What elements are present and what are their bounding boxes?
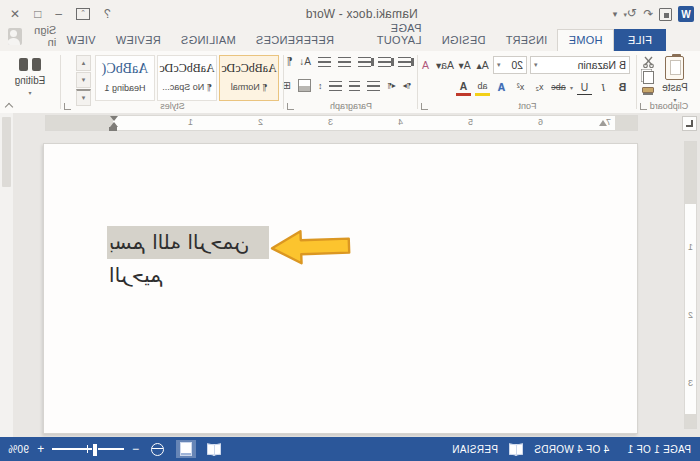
save-icon[interactable] [659,8,672,21]
ruler-number: 1 [688,242,693,252]
underline-caret-icon[interactable]: ▾ [570,84,573,91]
text-effects-button[interactable]: A [494,80,509,95]
language-indicator[interactable]: PERSIAN [443,444,507,455]
word-count[interactable]: 4 OF 4 WORDS [525,444,618,455]
vertical-scrollbar[interactable] [0,113,13,437]
styles-scroll-up-icon[interactable]: ▴ [76,55,91,71]
sort-icon[interactable]: A↓ [299,56,311,67]
style-heading-1[interactable]: AaBbC( Heading 1 [95,55,155,101]
tab-insert[interactable]: INSERT [495,30,557,51]
style-name: ¶ No Spac... [158,82,216,92]
sign-in[interactable]: Sign in [0,24,56,51]
group-divider [417,55,418,109]
zoom-out-button[interactable]: − [132,443,139,455]
word-logo-icon[interactable]: W [678,6,694,22]
collapse-ribbon-icon[interactable] [6,102,13,109]
tab-view[interactable]: VIEW [56,30,105,51]
ltr-direction-icon[interactable]: ¶▸ [403,81,411,90]
rtl-direction-icon[interactable]: ◂¶ [387,81,395,90]
style-no-spacing[interactable]: AaBbCcDc ¶ No Spac... [157,55,217,101]
font-dialog-launcher-icon[interactable] [421,103,428,110]
page-count[interactable]: PAGE 1 OF 1 [618,444,700,455]
shading-icon[interactable] [298,79,311,92]
style-normal[interactable]: AaBbCcDc ¶ Normal [219,55,279,101]
font-name-combo[interactable]: B Nazanin▾ [530,56,630,74]
change-case-button[interactable]: Aa▾ [436,58,454,73]
zoom-notch [87,445,88,453]
ribbon-display-options-icon[interactable]: ⌃ [76,8,90,20]
ribbon-tab-row: FILE HOME INSERT DESIGN PAGE LAYOUT REFE… [0,28,700,52]
tab-file[interactable]: FILE [614,29,666,51]
scrollbar-thumb[interactable] [2,117,11,187]
first-line-indent-marker[interactable] [110,116,118,121]
align-center-icon[interactable] [349,81,360,91]
bullets-icon[interactable] [398,57,411,67]
strikethrough-button[interactable]: abc [551,80,566,95]
zoom-level[interactable]: 90% [8,444,29,455]
clear-formatting-button[interactable]: A [418,58,433,73]
find-binoculars-icon [19,58,41,71]
line-spacing-icon[interactable]: ↕ [318,81,323,91]
styles-scroll-down-icon[interactable]: ▾ [76,72,91,88]
font-color-button[interactable]: A [456,78,471,96]
decrease-indent-icon[interactable] [338,57,351,67]
help-button[interactable]: ? [104,7,111,21]
quick-access-toolbar: W ↶ ↻▾ ▾ [613,6,700,22]
proofing-book-icon[interactable] [509,444,523,454]
underline-button[interactable]: U [577,79,592,95]
clipboard-dialog-launcher-icon[interactable] [640,103,647,110]
tab-mailings[interactable]: MAILINGS [171,30,246,51]
web-layout-icon [151,443,164,456]
status-bar: PAGE 1 OF 1 4 OF 4 WORDS PERSIAN − + 90% [0,437,700,461]
italic-button[interactable]: I [596,80,611,95]
print-layout-button[interactable] [176,440,196,458]
tab-selector-icon[interactable] [682,116,697,131]
left-indent-marker[interactable] [599,120,607,126]
redo-icon[interactable]: ↻▾ [623,7,637,21]
horizontal-ruler[interactable]: 1 2 3 4 5 6 7 [45,115,638,131]
subscript-button[interactable]: x₂ [532,80,547,95]
align-left-icon[interactable] [367,81,380,91]
read-mode-button[interactable] [204,440,224,458]
customize-qat-icon[interactable]: ▾ [613,8,618,20]
zoom-in-button[interactable]: + [37,443,44,455]
cut-icon[interactable] [641,56,654,68]
align-right-icon[interactable] [329,81,342,91]
paragraph-dialog-launcher-icon[interactable] [287,103,294,110]
numbering-icon[interactable] [378,57,391,67]
editing-button[interactable]: Editing ▾ [8,56,52,97]
multilevel-list-icon[interactable] [358,57,371,67]
document-page[interactable]: بسم الله الرحمن الرحيم [43,143,638,434]
tab-home[interactable]: HOME [557,29,613,51]
web-layout-button[interactable] [148,440,168,458]
styles-dialog-launcher-icon[interactable] [64,103,71,110]
show-hide-pilcrow-icon[interactable]: ¶ [287,56,292,67]
grow-font-button[interactable]: A▴ [475,58,490,73]
close-button[interactable]: ✕ [10,7,20,21]
vertical-ruler[interactable]: 1 2 3 [684,141,697,429]
callout-arrow-shape[interactable] [268,227,351,268]
indent-box-marker[interactable] [109,127,117,131]
zoom-slider[interactable] [52,448,124,450]
copy-icon[interactable] [643,71,654,84]
tab-references[interactable]: REFERENCES [246,30,344,51]
selected-text[interactable]: بسم الله الرحمن الرحيم [107,226,269,259]
shrink-font-button[interactable]: A▾ [457,58,472,73]
increase-indent-icon[interactable] [318,57,331,67]
ruler-number: 5 [468,117,473,127]
highlight-color-button[interactable]: ab [475,78,490,96]
word-window: W ↶ ↻▾ ▾ Namaki.docx - Word ? ⌃ – □ ✕ FI… [0,0,700,461]
minimize-button[interactable]: – [55,7,62,21]
tab-page-layout[interactable]: PAGE LAYOUT [344,18,432,51]
tab-review[interactable]: REVIEW [106,30,171,51]
zoom-slider-thumb[interactable] [92,443,98,457]
editing-caret-icon: ▾ [29,90,32,96]
undo-icon[interactable]: ↶ [643,8,653,20]
ruler-number: 3 [328,117,333,127]
bold-button[interactable]: B [615,80,630,95]
superscript-button[interactable]: x² [513,80,528,95]
format-painter-icon[interactable] [642,87,654,93]
restore-button[interactable]: □ [34,7,41,21]
tab-design[interactable]: DESIGN [431,30,495,51]
font-size-combo[interactable]: 20▾ [493,56,527,74]
